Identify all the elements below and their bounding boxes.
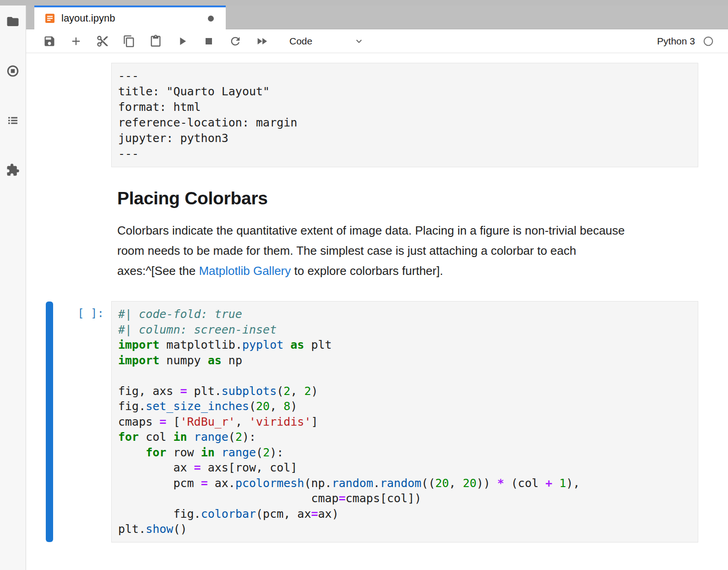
code-cell-editor[interactable]: #| code-fold: true#| column: screen-inse… — [111, 301, 698, 543]
code-line: ax = axs[row, col] — [118, 460, 691, 476]
chevron-down-icon — [353, 36, 364, 47]
code-line: cmaps = ['RdBu_r', 'viridis'] — [118, 414, 691, 430]
code-line: fig.set_size_inches(20, 8) — [118, 399, 691, 414]
raw-line: reference-location: margin — [118, 115, 691, 131]
cell-type-dropdown[interactable]: Code — [289, 36, 364, 47]
run-cell-button[interactable] — [176, 35, 189, 48]
code-line: import numpy as np — [118, 353, 691, 368]
restart-and-run-all-button[interactable] — [255, 35, 268, 48]
restart-kernel-button[interactable] — [229, 35, 242, 48]
paragraph-text: to explore colorbars further]. — [291, 264, 443, 278]
cut-cells-button[interactable] — [96, 35, 109, 48]
tab-layout-ipynb[interactable]: layout.ipynb — [34, 5, 226, 29]
cell-type-value: Code — [289, 36, 312, 47]
paragraph-text: axes:^[See the — [117, 264, 199, 278]
kernel-status-icon[interactable] — [702, 35, 714, 47]
file-browser-icon[interactable] — [6, 15, 20, 28]
raw-cell-prompt — [26, 63, 111, 167]
table-of-contents-icon[interactable] — [6, 114, 20, 127]
raw-line: --- — [118, 146, 691, 162]
main-area: layout.ipynb — [26, 0, 728, 570]
paste-cells-button[interactable] — [149, 35, 162, 48]
paragraph-text: Colorbars indicate the quantitative exte… — [117, 224, 625, 237]
raw-line: --- — [118, 68, 691, 84]
markdown-heading: Placing Colorbars — [117, 188, 698, 208]
notebook-icon — [44, 13, 55, 24]
raw-line: format: html — [118, 99, 691, 115]
paragraph-text: room needs to be made for them. The simp… — [117, 244, 576, 258]
code-line: #| column: screen-inset — [118, 322, 691, 338]
code-line: fig, axs = plt.subplots(2, 2) — [118, 384, 691, 399]
raw-cell[interactable]: ---title: "Quarto Layout"format: htmlref… — [26, 63, 728, 167]
insert-cell-button[interactable] — [70, 35, 82, 48]
kernel-name[interactable]: Python 3 — [657, 36, 695, 47]
code-line: #| code-fold: true — [118, 307, 691, 322]
markdown-paragraph: Colorbars indicate the quantitative exte… — [117, 220, 698, 281]
markdown-cell-prompt — [26, 188, 111, 281]
code-line: fig.colorbar(pcm, ax=ax) — [118, 506, 691, 522]
notebook-content: ---title: "Quarto Layout"format: htmlref… — [26, 53, 728, 570]
window-top-strip — [0, 0, 728, 5]
interrupt-kernel-button[interactable] — [202, 35, 215, 48]
markdown-rendered: Placing Colorbars Colorbars indicate the… — [111, 188, 698, 281]
raw-line: jupyter: python3 — [118, 131, 691, 146]
code-line: import matplotlib.pyplot as plt — [118, 337, 691, 353]
notebook-toolbar: Code Python 3 — [26, 29, 728, 53]
matplotlib-gallery-link[interactable]: Matplotlib Gallery — [199, 264, 291, 278]
running-kernels-icon[interactable] — [6, 64, 20, 78]
code-line — [118, 368, 691, 384]
active-cell-collapser[interactable] — [46, 301, 53, 542]
raw-line: title: "Quarto Layout" — [118, 84, 691, 99]
jupyterlab-window: layout.ipynb — [0, 0, 728, 570]
markdown-cell[interactable]: Placing Colorbars Colorbars indicate the… — [26, 188, 728, 281]
code-line: plt.show() — [118, 521, 691, 537]
raw-cell-editor[interactable]: ---title: "Quarto Layout"format: htmlref… — [111, 63, 698, 167]
code-line: for row in range(2): — [118, 445, 691, 460]
unsaved-changes-indicator[interactable] — [208, 16, 214, 22]
left-sidebar — [0, 0, 26, 570]
cell-input-prompt: [ ]: — [26, 301, 111, 543]
tab-title: layout.ipynb — [61, 12, 115, 24]
code-cell[interactable]: [ ]: #| code-fold: true#| column: screen… — [26, 301, 728, 543]
extension-manager-icon[interactable] — [6, 163, 20, 177]
save-button[interactable] — [43, 35, 56, 48]
code-line: for col in range(2): — [118, 429, 691, 445]
copy-cells-button[interactable] — [123, 35, 136, 48]
code-line: cmap=cmaps[col]) — [118, 491, 691, 506]
code-line: pcm = ax.pcolormesh(np.random.random((20… — [118, 476, 691, 491]
